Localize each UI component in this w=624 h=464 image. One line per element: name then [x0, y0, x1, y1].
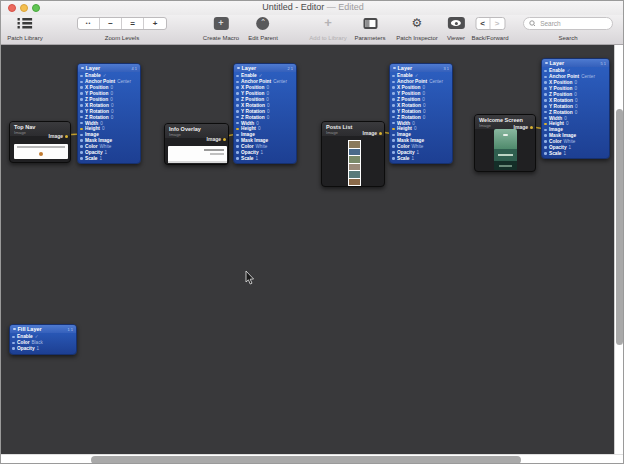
- vertical-scrollbar[interactable]: [614, 45, 623, 454]
- port-dot-icon[interactable]: [236, 151, 239, 154]
- zoom-fit-button[interactable]: ••: [78, 18, 100, 29]
- port-dot-icon[interactable]: [236, 145, 239, 148]
- port-dot-icon[interactable]: [236, 122, 239, 125]
- port-dot-icon[interactable]: [80, 128, 83, 131]
- port-dot-icon[interactable]: [392, 151, 395, 154]
- port-dot-icon[interactable]: [12, 347, 15, 350]
- horizontal-scrollbar[interactable]: [1, 454, 624, 464]
- port-row[interactable]: Anchor Point Center: [78, 79, 140, 85]
- port-dot-icon[interactable]: [544, 70, 547, 73]
- port-dot-icon[interactable]: [236, 86, 239, 89]
- port-dot-icon[interactable]: [544, 111, 547, 114]
- port-dot-icon[interactable]: [80, 134, 83, 137]
- patch-posts-list[interactable]: Posts List Image Image: [321, 121, 385, 187]
- port-dot-icon[interactable]: [80, 104, 83, 107]
- port-dot-icon[interactable]: [544, 99, 547, 102]
- port-dot-icon[interactable]: [236, 134, 239, 137]
- search-input[interactable]: [538, 19, 607, 28]
- output-port-icon[interactable]: [530, 126, 533, 129]
- port-row[interactable]: Anchor Point Center: [234, 79, 296, 85]
- port-dot-icon[interactable]: [80, 92, 83, 95]
- port-row[interactable]: Anchor Point Center: [390, 79, 452, 85]
- patch-layer-3[interactable]: Layer 3 1 Enable ✓ Anchor Point Center: [389, 63, 453, 164]
- port-dot-icon[interactable]: [544, 81, 547, 84]
- port-dot-icon[interactable]: [12, 342, 15, 345]
- port-dot-icon[interactable]: [392, 81, 395, 84]
- port-dot-icon[interactable]: [12, 336, 15, 339]
- port-dot-icon[interactable]: [80, 157, 83, 160]
- patch-layer-2[interactable]: Layer 2 1 Enable ✓ Anchor Point Center: [233, 63, 297, 164]
- port-dot-icon[interactable]: [80, 122, 83, 125]
- parameters-button[interactable]: Parameters: [354, 15, 385, 44]
- output-port-icon[interactable]: [379, 132, 382, 135]
- port-row[interactable]: Scale 1: [234, 155, 296, 161]
- port-row[interactable]: Scale 1: [542, 150, 609, 156]
- port-dot-icon[interactable]: [392, 86, 395, 89]
- port-dot-icon[interactable]: [80, 116, 83, 119]
- horizontal-scrollbar-thumb[interactable]: [91, 456, 521, 464]
- viewer-button[interactable]: Viewer: [447, 15, 465, 44]
- vertical-scrollbar-thumb[interactable]: [616, 109, 623, 345]
- port-dot-icon[interactable]: [544, 146, 547, 149]
- patch-info-overlay[interactable]: Info Overlay Image Image: [164, 123, 229, 165]
- port-dot-icon[interactable]: [544, 117, 547, 120]
- output-port-icon[interactable]: [223, 138, 226, 141]
- patch-layer-1[interactable]: Layer 4 1 Enable ✓ Anchor Point Center: [77, 63, 141, 164]
- port-dot-icon[interactable]: [236, 98, 239, 101]
- port-dot-icon[interactable]: [392, 98, 395, 101]
- port-dot-icon[interactable]: [544, 93, 547, 96]
- port-dot-icon[interactable]: [80, 145, 83, 148]
- port-dot-icon[interactable]: [236, 116, 239, 119]
- port-dot-icon[interactable]: [544, 129, 547, 132]
- port-dot-icon[interactable]: [544, 152, 547, 155]
- back-button[interactable]: <: [476, 18, 490, 29]
- patch-fill-layer[interactable]: Fill Layer 1 1 Enable ✓ Color Black: [9, 324, 77, 355]
- create-macro-button[interactable]: + Create Macro: [203, 15, 239, 44]
- port-dot-icon[interactable]: [236, 81, 239, 84]
- port-dot-icon[interactable]: [80, 98, 83, 101]
- port-dot-icon[interactable]: [544, 134, 547, 137]
- patch-editor-canvas[interactable]: Top Nav Image Image Layer 4 1: [1, 45, 624, 454]
- port-dot-icon[interactable]: [392, 145, 395, 148]
- port-dot-icon[interactable]: [236, 75, 239, 78]
- port-dot-icon[interactable]: [392, 92, 395, 95]
- port-dot-icon[interactable]: [236, 128, 239, 131]
- port-dot-icon[interactable]: [392, 128, 395, 131]
- port-dot-icon[interactable]: [236, 92, 239, 95]
- port-dot-icon[interactable]: [392, 139, 395, 142]
- port-dot-icon[interactable]: [236, 139, 239, 142]
- zoom-out-button[interactable]: −: [100, 18, 122, 29]
- port-dot-icon[interactable]: [544, 105, 547, 108]
- port-row[interactable]: Scale 1: [390, 155, 452, 161]
- patch-layer-4[interactable]: Layer 5 1 Enable ✓ Anchor Point Center: [541, 58, 610, 159]
- port-dot-icon[interactable]: [392, 134, 395, 137]
- port-dot-icon[interactable]: [392, 116, 395, 119]
- port-dot-icon[interactable]: [80, 86, 83, 89]
- port-dot-icon[interactable]: [544, 140, 547, 143]
- edit-parent-button[interactable]: ⌃ Edit Parent: [248, 15, 278, 44]
- zoom-actual-button[interactable]: =: [122, 18, 144, 29]
- port-dot-icon[interactable]: [236, 157, 239, 160]
- patch-inspector-button[interactable]: ⚙ Patch Inspector: [396, 15, 438, 44]
- output-port-icon[interactable]: [65, 135, 68, 138]
- port-dot-icon[interactable]: [392, 157, 395, 160]
- port-dot-icon[interactable]: [80, 151, 83, 154]
- port-dot-icon[interactable]: [392, 122, 395, 125]
- patch-welcome-screen[interactable]: Welcome Screen Image Image: [474, 114, 536, 172]
- port-dot-icon[interactable]: [544, 87, 547, 90]
- patch-top-nav[interactable]: Top Nav Image Image: [9, 121, 71, 163]
- port-dot-icon[interactable]: [236, 104, 239, 107]
- port-dot-icon[interactable]: [236, 110, 239, 113]
- port-dot-icon[interactable]: [80, 110, 83, 113]
- port-dot-icon[interactable]: [392, 104, 395, 107]
- port-dot-icon[interactable]: [80, 81, 83, 84]
- port-dot-icon[interactable]: [544, 76, 547, 79]
- zoom-in-button[interactable]: +: [144, 18, 166, 29]
- port-dot-icon[interactable]: [80, 75, 83, 78]
- port-dot-icon[interactable]: [392, 75, 395, 78]
- patch-library-button[interactable]: Patch Library: [7, 15, 42, 44]
- port-dot-icon[interactable]: [544, 123, 547, 126]
- port-dot-icon[interactable]: [80, 139, 83, 142]
- search-field[interactable]: [523, 17, 613, 30]
- port-row[interactable]: Scale 1: [78, 155, 140, 161]
